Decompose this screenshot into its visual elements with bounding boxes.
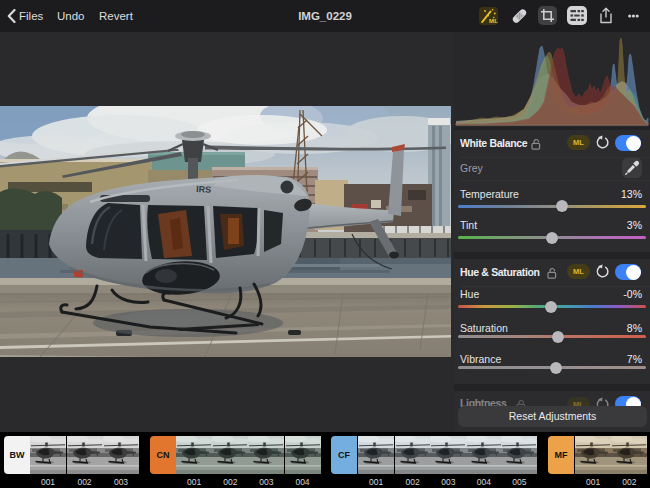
svg-text:ML: ML [489,17,498,24]
svg-text:IRS: IRS [196,184,212,195]
